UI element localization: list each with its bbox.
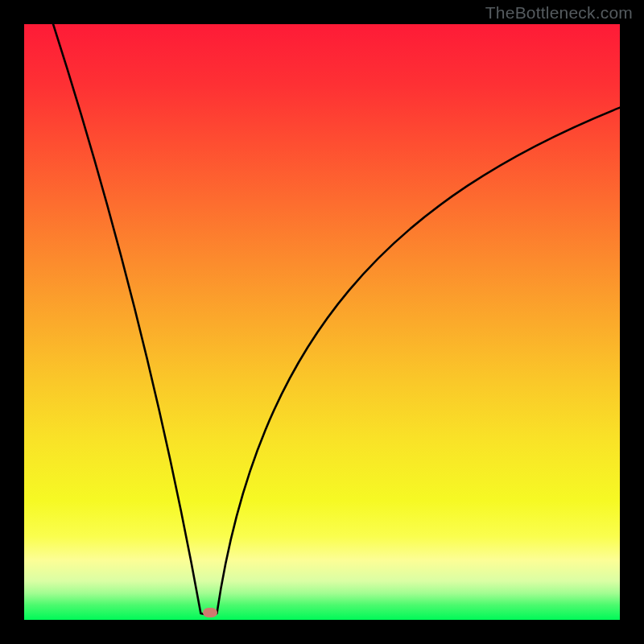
bottleneck-curve	[24, 24, 620, 620]
watermark-text: TheBottleneck.com	[485, 3, 633, 23]
bottleneck-marker	[203, 608, 217, 617]
chart-frame: TheBottleneck.com	[0, 0, 644, 644]
plot-area	[24, 24, 620, 620]
